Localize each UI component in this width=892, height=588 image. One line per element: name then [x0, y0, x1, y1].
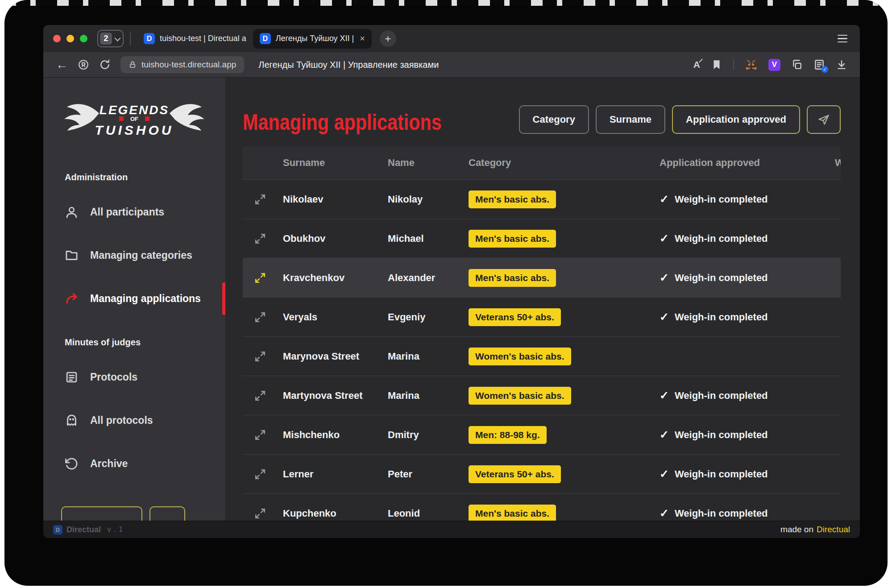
reader-mode-icon[interactable] — [78, 59, 89, 70]
expand-row-icon[interactable] — [254, 311, 266, 323]
filter-application-approved-button[interactable]: Application approved — [672, 105, 800, 134]
category-badge: Men's basic abs. — [469, 505, 556, 521]
folder-icon — [65, 248, 79, 262]
sidebar-bottom-button-1[interactable] — [61, 506, 142, 521]
cell-approved: ✓Weigh-in completed — [660, 428, 835, 441]
filter-bar: Category Surname Application approved — [519, 105, 841, 134]
table-row[interactable]: Lerner Peter Veterans 50+ abs. ✓Weigh-in… — [243, 454, 841, 493]
copy-extension-icon[interactable] — [791, 59, 803, 70]
cell-surname: Martynova Street — [283, 390, 388, 402]
divider — [130, 33, 131, 45]
download-icon[interactable] — [836, 59, 847, 70]
bookmark-icon[interactable] — [711, 59, 722, 70]
sidebar-item-label: Managing applications — [90, 293, 201, 305]
back-button[interactable]: ← — [56, 59, 68, 71]
expand-row-icon[interactable] — [254, 429, 266, 441]
svg-text:TUISHOU: TUISHOU — [95, 123, 174, 137]
cell-approved: ✓Weigh-in completed — [660, 389, 835, 402]
page-heading: Managing applications — [243, 109, 442, 135]
footer-version: v.1 — [107, 526, 124, 534]
sidebar-item-archive[interactable]: Archive — [43, 442, 225, 485]
header-name: Name — [388, 157, 469, 169]
page-title: Легенды Туйшоу XII | Управление заявками — [258, 60, 439, 70]
check-icon: ✓ — [660, 271, 669, 284]
table-row[interactable]: Veryals Evgeniy Veterans 50+ abs. ✓Weigh… — [243, 297, 841, 336]
table-row-highlighted[interactable]: Kravchenkov Alexander Men's basic abs. ✓… — [243, 258, 841, 297]
made-on-directual[interactable]: made on Directual — [780, 525, 850, 534]
header-weigh: W — [835, 157, 841, 169]
tab-tuishou-test[interactable]: D tuishou-test | Directual a — [137, 29, 253, 49]
cell-name: Marina — [388, 351, 469, 362]
sidebar-item-label: All participants — [90, 206, 164, 218]
cell-surname: Nikolaev — [283, 194, 388, 205]
category-badge: Men's basic abs. — [469, 269, 556, 287]
decorative-frame: 2 D tuishou-test | Directual a D Легенды… — [4, 0, 888, 586]
expand-row-icon[interactable] — [254, 390, 266, 402]
cell-name: Peter — [388, 468, 469, 480]
table-row[interactable]: Marynova Street Marina Women's basic abs… — [243, 336, 841, 376]
close-window-button[interactable] — [53, 35, 61, 42]
tab-label: tuishou-test | Directual a — [160, 34, 246, 43]
cell-surname: Lerner — [283, 468, 388, 480]
sidebar-item-all-protocols[interactable]: All protocols — [43, 399, 225, 442]
sidebar-bottom-button-2[interactable] — [149, 506, 185, 521]
tab-legends-tuishou[interactable]: D Легенды Туйшоу XII | × — [253, 29, 372, 49]
browser-window: 2 D tuishou-test | Directual a D Легенды… — [43, 25, 860, 538]
tab-counter-dropdown[interactable]: 2 — [97, 30, 124, 47]
sidebar-item-managing-categories[interactable]: Managing categories — [43, 234, 225, 277]
svg-text:OF: OF — [130, 116, 138, 122]
curved-arrow-icon — [65, 292, 79, 306]
minimize-window-button[interactable] — [66, 35, 74, 42]
window-controls — [53, 35, 87, 42]
check-icon: ✓ — [660, 468, 669, 480]
main-panel: Managing applications Category Surname A… — [225, 78, 860, 521]
expand-row-icon[interactable] — [254, 351, 266, 362]
expand-row-icon[interactable] — [254, 272, 266, 284]
table-row[interactable]: Martynova Street Marina Women's basic ab… — [243, 376, 841, 415]
cell-name: Nikolay — [388, 194, 469, 205]
table-row[interactable]: Mishchenko Dmitry Men: 88-98 kg. ✓Weigh-… — [243, 415, 841, 454]
sidebar-nav-secondary: Protocols All protocols Archive — [43, 356, 225, 485]
applications-table: Surname Name Category Application approv… — [243, 146, 841, 521]
category-badge: Men's basic abs. — [469, 230, 556, 248]
sidebar-item-managing-applications[interactable]: Managing applications — [43, 277, 225, 320]
legends-of-tuishou-logo: LEGENDS OF TUISHOU — [61, 98, 208, 143]
made-on-text: made on — [780, 525, 813, 534]
user-icon — [65, 205, 79, 219]
directual-link[interactable]: Directual — [817, 525, 850, 534]
check-icon: ✓ — [660, 507, 669, 520]
metamask-fox-icon[interactable] — [745, 58, 758, 71]
cell-surname: Veryals — [283, 311, 388, 323]
table-row[interactable]: Kupchenko Leonid Men's basic abs. ✓Weigh… — [243, 493, 841, 521]
sidebar-item-protocols[interactable]: Protocols — [43, 356, 225, 399]
text-appearance-icon[interactable]: A — [693, 59, 700, 70]
table-row[interactable]: Obukhov Michael Men's basic abs. ✓Weigh-… — [243, 219, 841, 258]
expand-row-icon[interactable] — [254, 233, 266, 244]
notes-extension-icon[interactable]: ✓ — [813, 59, 825, 70]
expand-row-icon[interactable] — [254, 508, 266, 519]
check-badge-icon: ✓ — [821, 66, 828, 73]
address-bar[interactable]: tuishou-test.directual.app — [120, 56, 244, 73]
check-icon: ✓ — [660, 193, 669, 206]
cell-name: Marina — [388, 390, 469, 402]
directual-logo: D — [53, 525, 62, 534]
check-icon: ✓ — [660, 311, 669, 323]
directual-favicon: D — [260, 33, 271, 44]
table-row[interactable]: Nikolaev Nikolay Men's basic abs. ✓Weigh… — [243, 179, 841, 219]
filter-surname-button[interactable]: Surname — [596, 105, 665, 134]
filter-category-button[interactable]: Category — [519, 105, 589, 134]
sidebar-item-all-participants[interactable]: All participants — [43, 190, 225, 234]
new-tab-button[interactable]: + — [380, 30, 396, 47]
zoom-window-button[interactable] — [80, 35, 87, 42]
expand-row-icon[interactable] — [254, 468, 266, 480]
category-badge: Women's basic abs. — [469, 348, 571, 365]
reload-icon[interactable] — [99, 59, 111, 70]
menu-icon[interactable] — [835, 32, 850, 46]
cell-surname: Obukhov — [283, 233, 388, 244]
expand-row-icon[interactable] — [254, 194, 266, 205]
v-extension-icon[interactable]: V — [768, 59, 780, 71]
header-surname: Surname — [283, 157, 388, 169]
close-tab-icon[interactable]: × — [360, 33, 365, 44]
send-filter-button[interactable] — [807, 105, 841, 134]
tab-label: Легенды Туйшоу XII | — [276, 34, 354, 43]
